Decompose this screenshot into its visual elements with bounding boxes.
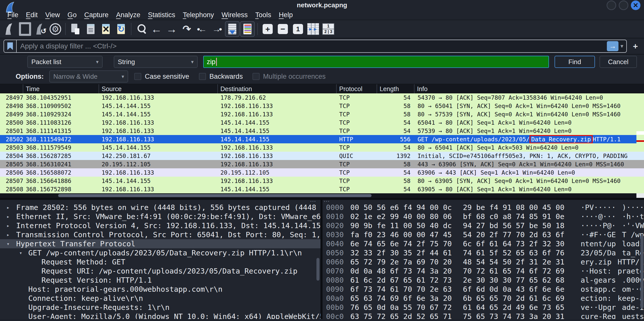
reload-file-button[interactable]: [114, 21, 128, 37]
go-last-packet-button[interactable]: [210, 21, 224, 37]
packet-row-28508[interactable]: 28508368.156752898192.168.116.133145.14.…: [0, 185, 636, 193]
detail-line[interactable]: ▸Transmission Control Protocol, Src Port…: [0, 230, 320, 239]
go-to-packet-button[interactable]: [179, 21, 194, 37]
menu-item-telephony[interactable]: Telephony: [179, 11, 218, 19]
packet-row-28501[interactable]: 28501368.111141315192.168.116.133145.14.…: [0, 127, 636, 135]
packet-row-28497[interactable]: 28497368.104352951192.168.116.133178.79.…: [0, 93, 636, 102]
cancel-button[interactable]: Cancel: [600, 56, 637, 68]
menu-item-statistics[interactable]: Statistics: [144, 11, 179, 19]
detail-line[interactable]: Request Method: GET: [0, 257, 320, 266]
detail-line[interactable]: Connection: keep-alive\r\n: [0, 294, 320, 303]
collapsed-arrow-icon[interactable]: ▸: [7, 232, 10, 238]
auto-scroll-button[interactable]: [225, 21, 240, 37]
menu-item-tools[interactable]: Tools: [251, 11, 275, 19]
detail-line[interactable]: Request URI: /wp-content/uploads/2023/05…: [0, 266, 320, 276]
zoom-out-button[interactable]: [275, 21, 290, 37]
resize-columns-button[interactable]: [306, 21, 320, 37]
hex-row-00c0[interactable]: 00c063 75 72 65 2d 52 65 7175 65 73 74 7…: [323, 312, 644, 319]
menu-item-edit[interactable]: Edit: [22, 11, 42, 19]
hex-row-0020[interactable]: 002090 9b fe 11 00 50 40 dc94 27 bd 56 5…: [323, 221, 644, 230]
layout-button[interactable]: [321, 21, 336, 37]
zoom-in-button[interactable]: [260, 21, 275, 37]
hex-row-0060[interactable]: 006065 72 79 2e 7a 69 70 2048 54 54 50 2…: [323, 257, 644, 266]
detail-line[interactable]: ▸Ethernet II, Src: VMware_be:f4:91 (00:0…: [0, 212, 320, 221]
packet-row-28506[interactable]: 28506368.156588072192.168.116.13320.195.…: [0, 168, 636, 177]
packet-row-28502[interactable]: 28502368.111549472192.168.116.133145.14.…: [0, 135, 636, 143]
find-type-select[interactable]: String ▾: [114, 56, 198, 68]
go-back-button[interactable]: [149, 21, 164, 37]
find-search-input[interactable]: zip: [203, 56, 549, 68]
apply-filter-button[interactable]: →: [607, 41, 618, 51]
close-button[interactable]: ✕: [631, 1, 640, 10]
column-header-protocol[interactable]: Protocol: [337, 84, 377, 93]
filter-bookmark-button[interactable]: [4, 40, 17, 52]
detail-line[interactable]: Request Version: HTTP/1.1: [0, 276, 320, 285]
find-packet-button[interactable]: [134, 21, 149, 37]
collapsed-arrow-icon[interactable]: ▸: [7, 223, 10, 229]
hex-row-0010[interactable]: 001002 1e e2 99 40 00 80 06bf 68 c0 a8 7…: [323, 212, 644, 221]
column-header-source[interactable]: Source: [99, 84, 218, 93]
packet-row-28504[interactable]: 28504368.156287285142.250.181.67192.168.…: [0, 152, 636, 160]
menu-item-analyze[interactable]: Analyze: [112, 11, 144, 19]
menu-item-view[interactable]: View: [41, 11, 64, 19]
minimize-button[interactable]: [607, 1, 616, 10]
colorize-button[interactable]: [240, 21, 255, 37]
packet-row-28503[interactable]: 28503368.111579549145.14.144.155192.168.…: [0, 143, 636, 152]
hex-row-0090[interactable]: 00906f 73 74 61 70 70 2e 636f 6d 0d 0a 4…: [323, 285, 644, 294]
packet-row-28505[interactable]: 28505368.15631024120.195.112.105192.168.…: [0, 160, 636, 168]
hex-scrollbar-thumb[interactable]: [640, 235, 643, 308]
expanded-arrow-icon[interactable]: ▾: [7, 241, 10, 247]
horizontal-scrollbar[interactable]: [0, 193, 636, 198]
detail-line[interactable]: User-Agent: Mozilla/5.0 (Windows NT 10.0…: [0, 312, 320, 319]
expanded-arrow-icon[interactable]: ▾: [19, 250, 22, 256]
capture-options-button[interactable]: [48, 21, 63, 37]
hex-row-0070[interactable]: 00700d 0a 48 6f 73 74 3a 2070 72 61 65 7…: [323, 266, 644, 276]
case-sensitive-checkbox[interactable]: Case sensitive: [134, 73, 189, 81]
hex-row-00a0[interactable]: 00a065 63 74 69 6f 6e 3a 206b 65 65 70 2…: [323, 294, 644, 303]
horizontal-scrollbar-thumb[interactable]: [58, 194, 372, 197]
save-file-button[interactable]: [83, 21, 98, 37]
detail-line[interactable]: ▾Hypertext Transfer Protocol: [0, 239, 320, 248]
menu-item-go[interactable]: Go: [64, 11, 80, 19]
multiple-occurrences-checkbox[interactable]: Multiple occurrences: [252, 73, 326, 81]
detail-line[interactable]: Host: praetorial-gears.000webhostapp.com…: [0, 285, 320, 294]
hex-row-0030[interactable]: 0030fa f0 23 46 00 00 47 4554 20 2f 77 7…: [323, 230, 644, 239]
column-header-no[interactable]: [0, 84, 23, 93]
open-file-button[interactable]: [68, 21, 83, 37]
find-searchin-select[interactable]: Packet list ▾: [27, 56, 103, 68]
display-filter-input[interactable]: Apply a display filter ... <Ctrl-/> → ▾: [4, 40, 627, 53]
menu-item-help[interactable]: Help: [275, 11, 297, 19]
charset-select[interactable]: Narrow & Wide ▾: [49, 70, 128, 83]
zoom-original-button[interactable]: [291, 21, 305, 37]
start-capture-button[interactable]: [3, 21, 17, 37]
collapsed-arrow-icon[interactable]: ▸: [7, 213, 10, 220]
go-forward-button[interactable]: [164, 21, 179, 37]
collapsed-arrow-icon[interactable]: ▸: [7, 204, 10, 210]
packet-row-28500[interactable]: 28500368.111083126192.168.116.133145.14.…: [0, 118, 636, 127]
menu-item-wireless[interactable]: Wireless: [218, 11, 251, 19]
hex-row-0050[interactable]: 005032 33 2f 30 35 2f 44 6174 61 5f 52 6…: [323, 248, 644, 257]
find-button[interactable]: Find: [555, 56, 595, 68]
packet-row-28507[interactable]: 28507368.156641886145.14.144.155192.168.…: [0, 177, 636, 185]
column-header-length[interactable]: Length: [377, 84, 415, 93]
packet-row-28499[interactable]: 28499368.110929324145.14.144.155192.168.…: [0, 110, 636, 118]
menu-item-capture[interactable]: Capture: [80, 11, 112, 19]
stop-capture-button[interactable]: [18, 21, 32, 37]
packet-list-scrollbar[interactable]: [636, 93, 644, 193]
detail-line[interactable]: ▸Frame 28502: 556 bytes on wire (4448 bi…: [0, 203, 320, 212]
hex-row-0000[interactable]: 000000 50 56 e6 f4 94 00 0c29 be f4 91 0…: [323, 203, 644, 212]
column-header-time[interactable]: Time: [23, 84, 99, 93]
filter-dropdown-caret-icon[interactable]: ▾: [618, 43, 626, 49]
packet-row-28498[interactable]: 28498368.110909502145.14.144.155192.168.…: [0, 102, 636, 110]
column-header-destination[interactable]: Destination: [218, 84, 337, 93]
restart-capture-button[interactable]: [33, 21, 48, 37]
detail-line[interactable]: ▸Internet Protocol Version 4, Src: 192.1…: [0, 221, 320, 230]
backwards-checkbox[interactable]: Backwards: [199, 73, 243, 81]
splitter-grip[interactable]: [324, 201, 330, 202]
detail-line[interactable]: Upgrade-Insecure-Requests: 1\r\n: [0, 303, 320, 312]
column-header-info[interactable]: Info: [415, 84, 644, 93]
hex-row-00b0[interactable]: 00b076 65 0d 0a 55 70 67 7261 64 65 2d 4…: [323, 303, 644, 312]
maximize-button[interactable]: [619, 1, 628, 10]
hex-row-0040[interactable]: 00406e 74 65 6e 74 2f 75 706c 6f 61 64 7…: [323, 239, 644, 248]
hex-row-0080[interactable]: 008061 6c 2d 67 65 61 72 732e 30 30 30 7…: [323, 276, 644, 285]
